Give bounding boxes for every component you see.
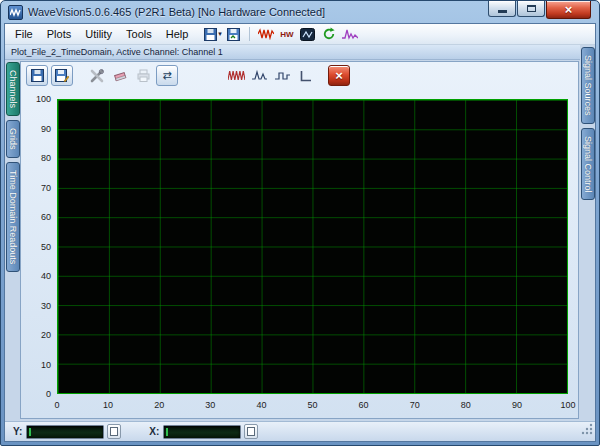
tab-signal-sources[interactable]: Signal Sources (581, 47, 595, 124)
x-tick-label: 50 (307, 401, 317, 410)
y-tick-label: 30 (41, 301, 51, 310)
left-tab-strip: Channels Grids Time Domain Readouts (5, 60, 20, 421)
plot-toolbar: ⇄ (21, 62, 578, 89)
x-readout-label: X: (149, 426, 159, 437)
plot-print-button[interactable] (133, 66, 153, 86)
y-tick-label: 80 (41, 154, 51, 163)
save-icon (204, 28, 217, 41)
maximize-button[interactable] (517, 1, 545, 17)
save-as-icon (55, 69, 69, 82)
y-tick-label: 90 (41, 124, 51, 133)
y-readout-field (26, 425, 104, 439)
tab-signal-control[interactable]: Signal Control (581, 128, 595, 201)
main-toolbar: ▾ HW (203, 25, 359, 43)
window-controls: × (488, 1, 591, 19)
swap-view-icon: ⇄ (162, 70, 171, 81)
x-tick-label: 10 (103, 401, 113, 410)
x-tick-label: 100 (560, 401, 575, 410)
toolbar-separator (249, 27, 250, 41)
tools-icon (90, 69, 104, 83)
x-tick-label: 0 (54, 401, 59, 410)
resize-grip[interactable] (581, 421, 593, 439)
plot-close-button[interactable]: × (328, 65, 350, 86)
x-tick-label: 90 (512, 401, 522, 410)
save-icon (31, 69, 44, 82)
y-readout-options-button[interactable] (107, 424, 121, 439)
export-button[interactable] (224, 25, 243, 43)
titlebar: WaveVision5.0.6.465 (P2R1 Beta) [No Hard… (1, 1, 599, 23)
app-icon[interactable] (8, 5, 23, 20)
menu-help[interactable]: Help (159, 26, 196, 42)
db-level-button[interactable] (298, 25, 317, 43)
refresh-capture-button[interactable] (319, 25, 338, 43)
menu-utility[interactable]: Utility (78, 26, 119, 42)
menu-file[interactable]: File (8, 26, 40, 42)
tab-grids[interactable]: Grids (6, 120, 20, 158)
axes-icon (299, 70, 312, 82)
waveform-peaks-button[interactable] (249, 66, 269, 86)
y-axis: 0102030405060708090100 (23, 99, 55, 394)
hardware-button[interactable]: HW (277, 25, 296, 43)
printer-icon (136, 69, 151, 82)
y-tick-label: 50 (41, 242, 51, 251)
waveform-step-button[interactable] (272, 66, 292, 86)
close-button[interactable]: × (546, 1, 591, 19)
fft-waveform-icon (342, 28, 358, 40)
waveform-dense-button[interactable] (226, 66, 246, 86)
plot-eraser-button[interactable] (110, 66, 130, 86)
x-readout-field (163, 425, 241, 439)
plot-header: Plot_File_2_TimeDomain, Active Channel: … (5, 45, 580, 60)
app-window: WaveVision5.0.6.465 (P2R1 Beta) [No Hard… (0, 0, 600, 446)
client-area: File Plots Utility Tools Help ▾ HW (4, 23, 596, 442)
db-level-icon (300, 28, 315, 41)
minimize-button[interactable] (488, 1, 516, 17)
menu-plots[interactable]: Plots (40, 26, 78, 42)
tab-channels[interactable]: Channels (6, 62, 20, 116)
maximize-icon (527, 5, 536, 12)
x-tick-label: 20 (154, 401, 164, 410)
plot-area: 0102030405060708090100 01020304050607080… (21, 89, 578, 418)
close-icon: × (565, 3, 573, 16)
hardware-icon: HW (280, 30, 293, 39)
y-tick-label: 10 (41, 360, 51, 369)
save-button[interactable]: ▾ (203, 25, 222, 43)
y-tick-label: 0 (46, 390, 51, 399)
x-tick-label: 80 (461, 401, 471, 410)
x-axis: 0102030405060708090100 (57, 399, 568, 412)
plot-save-as-button[interactable] (51, 65, 73, 86)
waveform-peaks-icon (252, 69, 267, 82)
capture-waveform-button[interactable] (256, 25, 275, 43)
x-readout-group: X: (149, 424, 260, 439)
y-readout-label: Y: (13, 426, 22, 437)
axes-button[interactable] (295, 66, 315, 86)
y-tick-label: 70 (41, 183, 51, 192)
dropdown-caret-icon: ▾ (218, 30, 222, 38)
tab-time-domain-readouts[interactable]: Time Domain Readouts (6, 162, 20, 272)
eraser-icon (113, 69, 128, 82)
plot-tools-button[interactable] (87, 66, 107, 86)
swap-view-button[interactable]: ⇄ (156, 65, 178, 86)
export-icon (227, 28, 240, 41)
fft-waveform-button[interactable] (340, 25, 359, 43)
right-tab-strip: Signal Sources Signal Control (580, 45, 595, 421)
chart-canvas[interactable] (57, 99, 568, 394)
waveform-dense-icon (228, 69, 245, 82)
readout-bar: Y: X: (5, 421, 595, 441)
window-title: WaveVision5.0.6.465 (P2R1 Beta) [No Hard… (28, 6, 325, 18)
x-tick-label: 40 (256, 401, 266, 410)
waveform-step-icon (275, 69, 290, 82)
x-tick-label: 70 (410, 401, 420, 410)
x-tick-label: 30 (205, 401, 215, 410)
y-tick-label: 60 (41, 213, 51, 222)
plot-panel: ⇄ (20, 61, 579, 419)
menu-bar: File Plots Utility Tools Help ▾ HW (5, 24, 595, 45)
minimize-icon (498, 10, 507, 13)
y-tick-label: 40 (41, 272, 51, 281)
menu-tools[interactable]: Tools (119, 26, 159, 42)
y-tick-label: 20 (41, 331, 51, 340)
plot-save-button[interactable] (26, 65, 48, 86)
refresh-capture-icon (322, 27, 336, 41)
x-readout-options-button[interactable] (244, 424, 258, 439)
x-tick-label: 60 (359, 401, 369, 410)
y-tick-label: 100 (36, 95, 51, 104)
